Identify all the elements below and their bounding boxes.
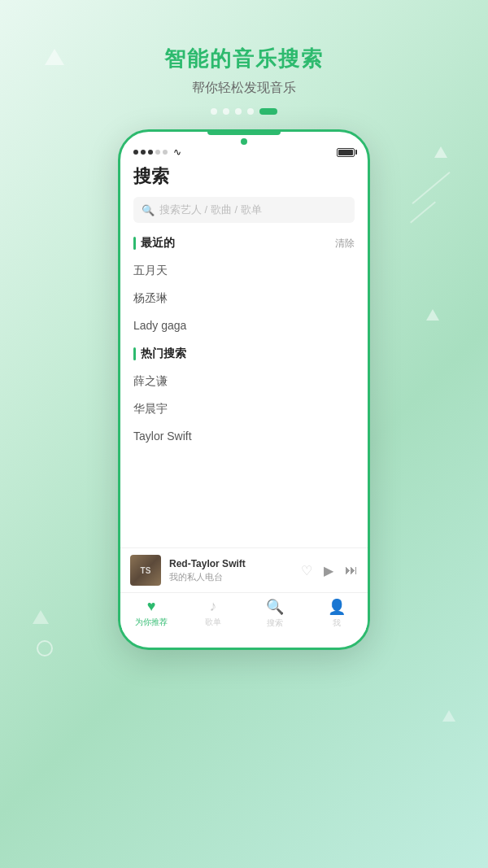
recent-title-wrap: 最近的 (133, 236, 175, 251)
status-bar: ∿ (120, 132, 368, 161)
nav-label-search: 搜索 (267, 617, 283, 629)
search-icon: 🔍 (266, 598, 284, 616)
nav-item-recommend[interactable]: ♥ 为你推荐 (120, 593, 182, 632)
trending-item-1[interactable]: 薛之谦 (133, 368, 355, 395)
recent-header: 最近的 清除 (133, 236, 355, 251)
recent-section: 最近的 清除 五月天 杨丞琳 Lady gaga (120, 236, 368, 338)
trending-header: 热门搜索 (133, 347, 355, 361)
search-bar[interactable]: 🔍 搜索艺人 / 歌曲 / 歌单 (133, 197, 355, 223)
dot-4[interactable] (247, 108, 254, 115)
search-placeholder: 搜索艺人 / 歌曲 / 歌单 (159, 203, 262, 217)
album-art: TS (130, 555, 161, 586)
now-playing-subtitle: 我的私人电台 (169, 571, 293, 583)
nav-item-playlist[interactable]: ♪ 歌单 (182, 593, 244, 632)
page-subtitle: 帮你轻松发现音乐 (0, 80, 488, 97)
battery-icon (337, 148, 355, 157)
dot-3[interactable] (235, 108, 242, 115)
trending-section: 热门搜索 薛之谦 华晨宇 Taylor Swift (120, 347, 368, 449)
signal-area: ∿ (133, 146, 181, 158)
trending-section-title: 热门搜索 (141, 347, 186, 361)
bottom-navigation: ♥ 为你推荐 ♪ 歌单 🔍 搜索 👤 我 (120, 592, 368, 632)
heart-icon: ♥ (147, 598, 156, 615)
playback-controls: ♡ ▶ ⏭ (301, 563, 358, 578)
signal-dot-4 (155, 150, 160, 155)
next-button[interactable]: ⏭ (345, 563, 358, 578)
header-section: 智能的音乐搜索 帮你轻松发现音乐 (0, 0, 488, 97)
trending-title-wrap: 热门搜索 (133, 347, 186, 361)
like-button[interactable]: ♡ (301, 563, 312, 578)
recent-item-3[interactable]: Lady gaga (133, 312, 355, 338)
clear-button[interactable]: 清除 (335, 237, 355, 251)
nav-label-playlist: 歌单 (205, 617, 221, 628)
now-playing-bar: TS Red-Taylor Swift 我的私人电台 ♡ ▶ ⏭ (120, 547, 368, 592)
phone-camera (241, 138, 247, 145)
screen-content: 搜索 🔍 搜索艺人 / 歌曲 / 歌单 最近的 清除 五月天 杨丞琳 Lady … (120, 161, 368, 632)
nav-item-search[interactable]: 🔍 搜索 (244, 593, 306, 632)
signal-dot-2 (141, 150, 146, 155)
phone-speaker (207, 132, 281, 135)
now-playing-info: Red-Taylor Swift 我的私人电台 (169, 558, 293, 583)
nav-item-profile[interactable]: 👤 我 (306, 593, 368, 632)
dot-1[interactable] (211, 108, 217, 115)
battery-fill (338, 150, 353, 155)
recent-section-bar (133, 237, 136, 250)
trending-section-bar (133, 347, 136, 360)
signal-dot-3 (148, 150, 153, 155)
recent-item-1[interactable]: 五月天 (133, 257, 355, 285)
screen-title: 搜索 (120, 161, 368, 197)
trending-item-2[interactable]: 华晨宇 (133, 395, 355, 423)
pagination-dots (0, 108, 488, 115)
recent-section-title: 最近的 (141, 236, 175, 251)
wifi-icon: ∿ (173, 146, 181, 158)
recent-item-2[interactable]: 杨丞琳 (133, 285, 355, 312)
dot-5-active[interactable] (259, 108, 277, 115)
phone-mockup: ∿ 搜索 🔍 搜索艺人 / 歌曲 / 歌单 最近的 清除 (118, 129, 370, 650)
search-bar-icon: 🔍 (142, 204, 155, 216)
nav-label-profile: 我 (333, 617, 341, 629)
signal-dot-5 (163, 150, 168, 155)
dot-2[interactable] (223, 108, 229, 115)
music-icon: ♪ (210, 598, 217, 615)
album-art-placeholder: TS (130, 555, 161, 586)
signal-dot-1 (133, 150, 138, 155)
phone-wrapper: ∿ 搜索 🔍 搜索艺人 / 歌曲 / 歌单 最近的 清除 (0, 129, 488, 650)
play-button[interactable]: ▶ (324, 563, 333, 578)
deco-triangle-5 (442, 710, 455, 722)
person-icon: 👤 (328, 598, 346, 616)
page-title: 智能的音乐搜索 (0, 45, 488, 73)
nav-label-recommend: 为你推荐 (135, 617, 168, 628)
trending-item-3[interactable]: Taylor Swift (133, 423, 355, 449)
now-playing-title: Red-Taylor Swift (169, 558, 293, 569)
